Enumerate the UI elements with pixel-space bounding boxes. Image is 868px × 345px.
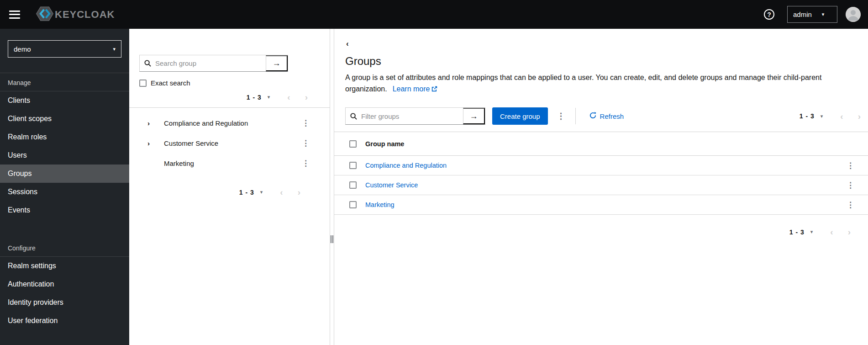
sidebar-item-users[interactable]: Users bbox=[0, 146, 129, 165]
pagination-prev-icon[interactable]: ‹ bbox=[840, 112, 843, 121]
row-kebab-icon[interactable]: ⋮ bbox=[847, 201, 854, 209]
group-tree: › Compliance and Regulation ⋮ › Customer… bbox=[129, 113, 330, 173]
table-header-row: Group name bbox=[334, 132, 868, 156]
tree-item-label[interactable]: Compliance and Regulation bbox=[164, 119, 248, 127]
exact-search-label: Exact search bbox=[151, 79, 190, 87]
tree-pagination-bottom: 1 - 3 ▾ ‹ › bbox=[129, 188, 330, 196]
sidebar-item-realm-settings[interactable]: Realm settings bbox=[0, 257, 129, 275]
table-pagination-top: 1 - 3 ▾ ‹ › bbox=[800, 112, 861, 121]
sidebar-item-clients[interactable]: Clients bbox=[0, 91, 129, 110]
nav-section-manage: Manage bbox=[0, 73, 129, 91]
sidebar-item-groups[interactable]: Groups bbox=[0, 165, 129, 183]
brand-text: KEYCLOAK bbox=[55, 9, 115, 21]
tree-item-label[interactable]: Customer Service bbox=[164, 139, 218, 147]
hamburger-menu-icon[interactable] bbox=[9, 11, 20, 19]
learn-more-label: Learn more bbox=[393, 85, 430, 93]
row-checkbox[interactable] bbox=[349, 201, 357, 208]
pagination-range[interactable]: 1 - 3 bbox=[247, 94, 262, 101]
avatar[interactable] bbox=[846, 7, 861, 22]
panel-splitter[interactable] bbox=[330, 29, 334, 345]
refresh-label: Refresh bbox=[600, 112, 624, 120]
tree-item-compliance-and-regulation: › Compliance and Regulation ⋮ bbox=[129, 113, 330, 133]
chevron-down-icon: ▾ bbox=[113, 46, 116, 52]
nav-section-configure: Configure bbox=[0, 239, 129, 257]
pagination-next-icon[interactable]: › bbox=[298, 188, 300, 196]
filter-submit-button[interactable]: → bbox=[463, 108, 485, 124]
tree-divider bbox=[129, 107, 330, 108]
pagination-range[interactable]: 1 - 3 bbox=[789, 228, 805, 236]
help-icon[interactable]: ? bbox=[764, 9, 774, 20]
search-group-inputgroup: → bbox=[139, 55, 288, 72]
chevron-down-icon[interactable]: ▾ bbox=[260, 189, 263, 195]
create-group-button[interactable]: Create group bbox=[492, 107, 548, 125]
collapse-panel-icon[interactable]: ‹ bbox=[346, 39, 349, 48]
pagination-range[interactable]: 1 - 3 bbox=[800, 112, 815, 120]
search-submit-button[interactable]: → bbox=[266, 55, 288, 71]
search-icon bbox=[140, 60, 155, 67]
chevron-down-icon[interactable]: ▾ bbox=[810, 229, 813, 235]
select-all-checkbox[interactable] bbox=[349, 140, 357, 148]
chevron-down-icon: ▾ bbox=[822, 11, 825, 17]
page-header: Groups A group is a set of attributes an… bbox=[334, 48, 868, 95]
filter-groups-inputgroup: → bbox=[345, 107, 485, 125]
table-pagination-bottom: 1 - 3 ▾ ‹ › bbox=[334, 215, 868, 236]
kebab-menu-icon[interactable]: ⋮ bbox=[302, 139, 310, 147]
page-title: Groups bbox=[345, 55, 854, 68]
row-kebab-icon[interactable]: ⋮ bbox=[847, 162, 854, 170]
group-link[interactable]: Marketing bbox=[365, 201, 395, 208]
tree-pagination-top: 1 - 3 ▾ ‹ › bbox=[129, 93, 330, 101]
chevron-down-icon[interactable]: ▾ bbox=[821, 113, 823, 119]
kebab-menu-icon[interactable]: ⋮ bbox=[302, 119, 310, 127]
row-checkbox[interactable] bbox=[349, 162, 357, 169]
realm-selector[interactable]: demo ▾ bbox=[8, 40, 121, 58]
refresh-button[interactable]: Refresh bbox=[589, 112, 624, 120]
tree-item-label[interactable]: Marketing bbox=[164, 159, 194, 167]
group-link[interactable]: Customer Service bbox=[365, 181, 418, 189]
search-group-input[interactable] bbox=[155, 59, 266, 67]
group-tree-panel: → Exact search 1 - 3 ▾ ‹ › › Compliance … bbox=[129, 29, 330, 345]
sidebar-item-events[interactable]: Events bbox=[0, 201, 129, 219]
realm-selector-area: demo ▾ bbox=[0, 29, 129, 73]
pagination-next-icon[interactable]: › bbox=[858, 112, 861, 121]
pagination-prev-icon[interactable]: ‹ bbox=[280, 188, 283, 196]
page-description: A group is a set of attributes and role … bbox=[345, 72, 854, 95]
toolbar-kebab-icon[interactable]: ⋮ bbox=[557, 112, 565, 120]
masthead: KEYCLOAK ? admin ▾ bbox=[0, 0, 868, 29]
sidebar: demo ▾ Manage Clients Client scopes Real… bbox=[0, 29, 129, 345]
splitter-handle-icon[interactable] bbox=[331, 235, 333, 243]
learn-more-link[interactable]: Learn more bbox=[393, 85, 438, 93]
expand-chevron-icon[interactable]: › bbox=[147, 119, 164, 127]
chevron-down-icon[interactable]: ▾ bbox=[268, 94, 270, 100]
filter-groups-input[interactable] bbox=[361, 112, 463, 120]
exact-search-row: Exact search bbox=[139, 79, 330, 87]
tree-item-customer-service: › Customer Service ⋮ bbox=[129, 133, 330, 153]
pagination-range[interactable]: 1 - 3 bbox=[239, 189, 254, 196]
user-menu-label: admin bbox=[793, 11, 812, 18]
keycloak-logo: KEYCLOAK bbox=[36, 5, 115, 25]
sidebar-item-sessions[interactable]: Sessions bbox=[0, 183, 129, 201]
sidebar-item-client-scopes[interactable]: Client scopes bbox=[0, 110, 129, 128]
row-kebab-icon[interactable]: ⋮ bbox=[847, 181, 854, 189]
exact-search-checkbox[interactable] bbox=[139, 80, 147, 87]
sidebar-item-user-federation[interactable]: User federation bbox=[0, 312, 129, 330]
user-menu-dropdown[interactable]: admin ▾ bbox=[787, 6, 837, 23]
pagination-next-icon[interactable]: › bbox=[305, 93, 308, 101]
sidebar-item-authentication[interactable]: Authentication bbox=[0, 275, 129, 293]
table-row: Customer Service ⋮ bbox=[334, 175, 868, 195]
pagination-prev-icon[interactable]: ‹ bbox=[287, 93, 290, 101]
groups-toolbar: → Create group ⋮ Refresh 1 - 3 ▾ ‹ › bbox=[334, 95, 868, 132]
sidebar-item-realm-roles[interactable]: Realm roles bbox=[0, 128, 129, 146]
refresh-icon bbox=[589, 112, 596, 120]
table-row: Compliance and Regulation ⋮ bbox=[334, 156, 868, 175]
realm-selector-label: demo bbox=[14, 45, 31, 53]
pagination-prev-icon[interactable]: ‹ bbox=[830, 228, 833, 236]
toolbar-divider bbox=[575, 108, 576, 124]
expand-chevron-icon[interactable]: › bbox=[147, 139, 164, 147]
pagination-next-icon[interactable]: › bbox=[848, 228, 851, 236]
kebab-menu-icon[interactable]: ⋮ bbox=[302, 159, 310, 167]
sidebar-item-identity-providers[interactable]: Identity providers bbox=[0, 293, 129, 312]
search-icon bbox=[346, 113, 361, 120]
table-row: Marketing ⋮ bbox=[334, 195, 868, 215]
row-checkbox[interactable] bbox=[349, 181, 357, 189]
group-link[interactable]: Compliance and Regulation bbox=[365, 162, 447, 169]
